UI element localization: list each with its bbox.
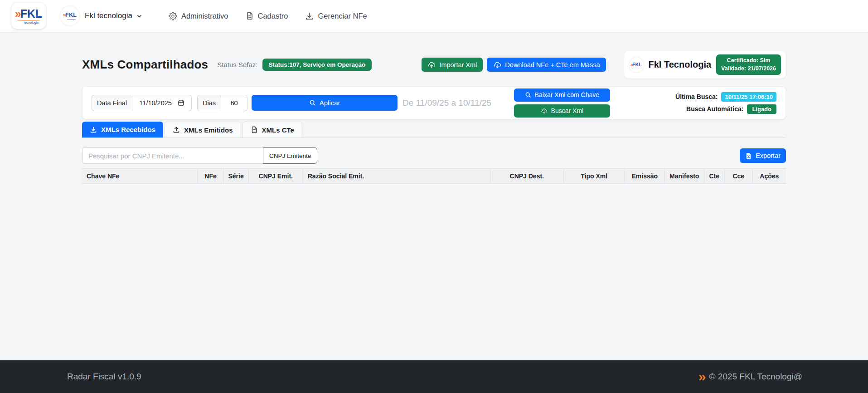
search-row: CNPJ Emitente Exportar xyxy=(82,147,786,164)
search-xml-label: Buscar Xml xyxy=(551,107,584,114)
tab-xmls-recebidos[interactable]: XMLs Recebidos xyxy=(82,122,163,138)
tab-label: XMLs CTe xyxy=(262,126,294,134)
filter-bar: Data Final 11/10/2025 Dias Aplicar De 1 xyxy=(82,86,786,119)
download-mass-button[interactable]: Download NFe + CTe em Massa xyxy=(487,58,606,72)
company-card: »FKL Fkl Tecnologia Certificado: Sim Val… xyxy=(624,51,786,79)
brand-logo: »FKL tecnologia xyxy=(60,6,79,25)
search-input[interactable] xyxy=(82,147,263,164)
col-cce[interactable]: Cce xyxy=(724,169,752,184)
download-icon xyxy=(90,126,97,133)
download-xml-key-label: Baixar Xml com Chave xyxy=(535,91,599,98)
days-label: Dias xyxy=(197,95,221,111)
col-cte[interactable]: Cte xyxy=(704,169,724,184)
col-razao-social-emit[interactable]: Razão Social Emit. xyxy=(303,169,490,184)
import-xml-button[interactable]: Importar Xml xyxy=(422,58,483,72)
certificate-badge: Certificado: Sim Validade: 21/07/2026 xyxy=(716,54,781,75)
auto-search-label: Busca Automática: xyxy=(686,105,743,113)
date-final-group: Data Final 11/10/2025 xyxy=(92,95,192,111)
nav-item-label: Administrativo xyxy=(181,12,228,20)
nav-item-label: Gerenciar NFe xyxy=(318,12,367,20)
table-header-row: Chave NFe NFe Série CNPJ Emit. Razão Soc… xyxy=(82,169,786,184)
page-title: XMLs Compartilhados xyxy=(82,58,208,72)
gear-icon xyxy=(169,12,177,20)
export-label: Exportar xyxy=(756,152,781,159)
download-xml-key-button[interactable]: Baixar Xml com Chave xyxy=(514,88,610,102)
date-final-value: 11/10/2025 xyxy=(139,99,172,107)
xml-table: Chave NFe NFe Série CNPJ Emit. Razão Soc… xyxy=(82,168,786,184)
nav-item-administrativo[interactable]: Administrativo xyxy=(169,12,228,20)
tab-label: XMLs Emitidos xyxy=(184,126,233,134)
days-group: Dias xyxy=(197,95,247,111)
date-final-input[interactable]: 11/10/2025 xyxy=(132,95,192,111)
apply-label: Aplicar xyxy=(320,99,340,107)
brand-name: Fkl tecnologia xyxy=(85,11,132,20)
brand-dropdown[interactable]: »FKL tecnologia Fkl tecnologia xyxy=(60,6,142,25)
file-text-icon xyxy=(251,126,258,133)
file-text-icon xyxy=(246,12,254,20)
fkl-logo-subtext: tecnologia xyxy=(63,18,76,20)
col-manifesto[interactable]: Manifesto xyxy=(664,169,704,184)
auto-search-block: Última Busca: 10/11/25 17:06:10 Busca Au… xyxy=(675,92,776,114)
certificate-validity: Validade: 21/07/2026 xyxy=(721,65,776,73)
sefaz-status-badge: Status:107, Serviço em Operação xyxy=(262,59,372,71)
col-nfe[interactable]: NFe xyxy=(198,169,223,184)
col-cnpj-emit[interactable]: CNPJ Emit. xyxy=(248,169,303,184)
fkl-logo: »FKL tecnologia xyxy=(11,3,46,29)
upload-icon xyxy=(173,126,180,133)
excel-file-icon xyxy=(745,152,752,159)
apply-button[interactable]: Aplicar xyxy=(252,95,398,111)
tab-label: XMLs Recebidos xyxy=(101,126,155,133)
download-icon xyxy=(305,12,314,20)
date-range-text: De 11/09/25 a 10/11/25 xyxy=(402,98,491,108)
xml-actions: Baixar Xml com Chave Buscar Xml xyxy=(514,88,610,118)
last-search-label: Última Busca: xyxy=(675,93,718,100)
days-input[interactable] xyxy=(221,95,247,111)
cloud-download-icon xyxy=(493,61,501,69)
copyright-text: © 2025 FKL Tecnologi@ xyxy=(709,372,802,382)
sefaz-status-label: Status Sefaz: xyxy=(217,61,257,69)
main-content: XMLs Compartilhados Status Sefaz: Status… xyxy=(0,32,868,360)
date-final-label: Data Final xyxy=(92,95,132,111)
fkl-logo-text: FKL xyxy=(65,12,77,18)
col-emissao[interactable]: Emissão xyxy=(625,169,664,184)
fkl-logo-text: FKL xyxy=(632,62,642,67)
export-button[interactable]: Exportar xyxy=(740,148,786,163)
col-cnpj-dest[interactable]: CNPJ Dest. xyxy=(490,169,563,184)
navbar: »FKL tecnologia »FKL tecnologia Fkl tecn… xyxy=(0,0,868,32)
nav-item-label: Cadastro xyxy=(258,12,288,20)
nav-item-cadastro[interactable]: Cadastro xyxy=(246,12,288,20)
footer: Radar Fiscal v1.0.9 » © 2025 FKL Tecnolo… xyxy=(0,360,868,393)
col-chave-nfe[interactable]: Chave NFe xyxy=(82,169,198,184)
last-search-badge: 10/11/25 17:06:10 xyxy=(721,92,776,102)
fkl-chevrons-icon: » xyxy=(698,370,705,383)
company-name: Fkl Tecnologia xyxy=(649,59,712,70)
fkl-logo-subtext: tecnologia xyxy=(18,20,39,24)
certificate-status: Certificado: Sim xyxy=(721,57,776,65)
cnpj-emitente-button[interactable]: CNPJ Emitente xyxy=(263,147,317,164)
title-row: XMLs Compartilhados Status Sefaz: Status… xyxy=(82,51,786,79)
col-serie[interactable]: Série xyxy=(223,169,248,184)
company-logo: »FKL xyxy=(629,58,644,72)
fkl-chevrons-icon: » xyxy=(15,8,20,20)
fkl-logo-text: FKL xyxy=(20,8,43,20)
import-xml-label: Importar Xml xyxy=(439,61,477,69)
search-icon xyxy=(525,92,531,98)
app-version: Radar Fiscal v1.0.9 xyxy=(67,372,141,382)
col-tipo-xml[interactable]: Tipo Xml xyxy=(563,169,625,184)
col-acoes[interactable]: Ações xyxy=(752,169,786,184)
calendar-icon[interactable] xyxy=(178,99,184,106)
chevron-down-icon xyxy=(136,13,142,19)
tab-xmls-cte[interactable]: XMLs CTe xyxy=(242,122,302,138)
nav-item-gerenciar-nfe[interactable]: Gerenciar NFe xyxy=(305,12,367,20)
cloud-upload-icon xyxy=(427,61,436,69)
download-mass-label: Download NFe + CTe em Massa xyxy=(505,61,600,69)
tab-xmls-emitidos[interactable]: XMLs Emitidos xyxy=(165,122,241,138)
search-xml-button[interactable]: Buscar Xml xyxy=(514,104,610,118)
tab-bar: XMLs Recebidos XMLs Emitidos XMLs CTe xyxy=(82,122,786,138)
nav-menu: Administrativo Cadastro Gerenciar NFe xyxy=(169,12,367,20)
auto-search-status-badge: Ligado xyxy=(747,104,776,114)
search-icon xyxy=(309,99,316,106)
cloud-download-icon xyxy=(541,108,548,114)
